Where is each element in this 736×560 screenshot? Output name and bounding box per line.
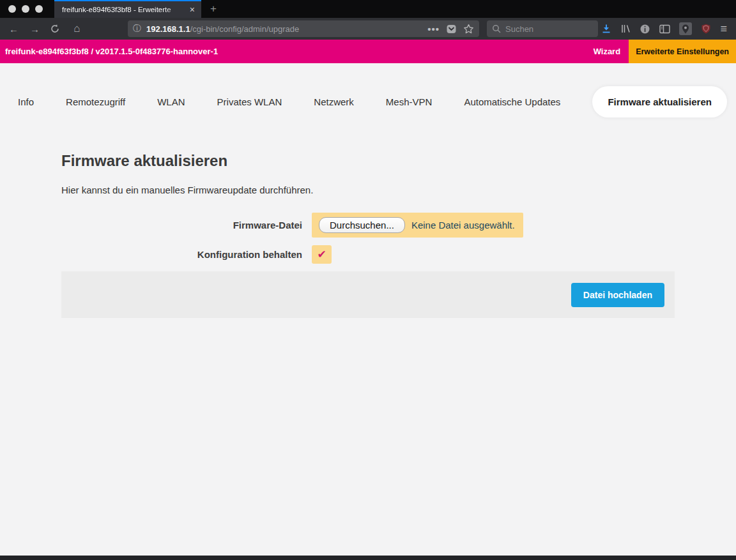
url-path: /cgi-bin/config/admin/upgrade [190, 24, 428, 34]
bookmark-star-icon[interactable] [463, 24, 474, 34]
window-controls[interactable] [0, 0, 54, 18]
upload-file-button[interactable]: Datei hochladen [571, 283, 664, 307]
nav-item-mesh-vpn[interactable]: Mesh-VPN [386, 96, 433, 107]
pocket-icon[interactable] [446, 24, 457, 34]
nav-item-privates-wlan[interactable]: Privates WLAN [217, 96, 282, 107]
browse-button[interactable]: Durchsuchen... [319, 217, 405, 233]
page-title: Firmware aktualisieren [61, 152, 675, 170]
page-actions-icon[interactable]: ••• [427, 24, 440, 34]
page-description: Hier kannst du ein manuelles Firmwareupd… [61, 185, 675, 195]
wizard-link[interactable]: Wizard [594, 47, 621, 56]
checkmark-icon: ✔ [317, 248, 326, 261]
advanced-settings-button[interactable]: Erweiterte Einstellungen [629, 40, 736, 63]
browser-titlebar: freifunk-e894f63f3bf8 - Erweiterte × + [0, 0, 736, 18]
menu-icon[interactable]: ≡ [720, 22, 727, 36]
main-content: Firmware aktualisieren Hier kannst du ei… [61, 152, 675, 318]
toolbar-extension-icons: ≡ [601, 22, 728, 36]
extension-pin-icon[interactable] [679, 22, 692, 35]
search-icon [492, 24, 501, 33]
nav-item-firmware-aktualisieren[interactable]: Firmware aktualisieren [592, 86, 727, 117]
back-icon[interactable]: ← [8, 24, 20, 34]
search-input[interactable] [505, 24, 576, 34]
home-icon[interactable]: ⌂ [71, 22, 83, 35]
firmware-file-label: Firmware-Datei [61, 220, 312, 231]
form-footer: Datei hochladen [61, 271, 675, 318]
keep-config-checkbox[interactable]: ✔ [312, 245, 332, 264]
library-icon[interactable] [620, 24, 631, 34]
sidebar-icon[interactable] [659, 24, 670, 34]
keep-config-label: Konfiguration behalten [61, 249, 312, 260]
nav-item-remotezugriff[interactable]: Remotezugriff [66, 96, 125, 107]
site-header: freifunk-e894f63f3bf8 / v2017.1.5-0f4837… [0, 40, 736, 63]
tab-title: freifunk-e894f63f3bf8 - Erweiterte [62, 6, 187, 13]
search-bar[interactable] [487, 20, 598, 37]
info-circle-icon[interactable] [640, 24, 650, 34]
site-info-icon[interactable]: ⓘ [133, 23, 141, 34]
firmware-file-row: Firmware-Datei Durchsuchen... Keine Date… [61, 213, 675, 238]
url-host: 192.168.1.1 [146, 24, 190, 34]
browser-toolbar: ← → ⌂ ⓘ 192.168.1.1 /cgi-bin/config/admi… [0, 18, 736, 40]
firmware-file-input[interactable]: Durchsuchen... Keine Datei ausgewählt. [312, 213, 523, 238]
tab-close-icon[interactable]: × [187, 4, 197, 15]
no-file-selected-text: Keine Datei ausgewählt. [411, 220, 515, 231]
new-tab-button[interactable]: + [201, 0, 226, 18]
device-version-label: freifunk-e894f63f3bf8 / v2017.1.5-0f4837… [5, 47, 218, 56]
window-zoom-button[interactable] [35, 5, 43, 13]
nav-item-wlan[interactable]: WLAN [157, 96, 185, 107]
settings-nav: Info Remotezugriff WLAN Privates WLAN Ne… [0, 85, 736, 118]
ublock-shield-icon[interactable] [701, 24, 711, 34]
browser-tab[interactable]: freifunk-e894f63f3bf8 - Erweiterte × [54, 0, 201, 18]
downloads-icon[interactable] [601, 24, 611, 34]
nav-item-netzwerk[interactable]: Netzwerk [314, 96, 354, 107]
nav-item-automatische-updates[interactable]: Automatische Updates [464, 96, 560, 107]
nav-item-info[interactable]: Info [18, 96, 34, 107]
url-bar[interactable]: ⓘ 192.168.1.1 /cgi-bin/config/admin/upgr… [128, 20, 479, 37]
reload-icon[interactable] [50, 24, 62, 34]
window-bottom-edge [0, 556, 736, 560]
window-minimize-button[interactable] [22, 5, 29, 13]
keep-config-row: Konfiguration behalten ✔ [61, 245, 675, 264]
window-close-button[interactable] [8, 5, 16, 13]
forward-icon[interactable]: → [29, 24, 41, 34]
